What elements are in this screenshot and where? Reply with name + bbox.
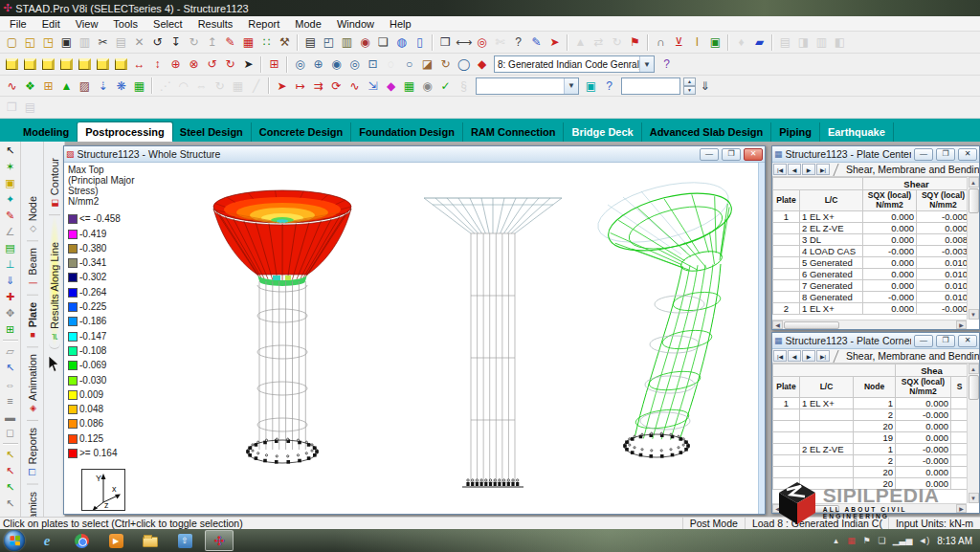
toolbar-print-icon[interactable]: ▤ xyxy=(301,33,320,52)
toolbar-calculator-icon[interactable]: ▦ xyxy=(239,33,257,52)
toolbar-view-iso-5-icon[interactable] xyxy=(78,58,91,70)
toolbar-drop-tool-icon[interactable]: ♦ xyxy=(732,33,750,52)
toolbar-zoom-out-icon[interactable]: ◎ xyxy=(345,55,364,74)
close-button[interactable]: ✕ xyxy=(958,335,977,347)
toolbar-new-file-icon[interactable]: ▢ xyxy=(3,33,21,52)
toolbar-help-what-icon[interactable]: ? xyxy=(509,33,527,52)
column-header[interactable]: SQY (local) N/mm2 xyxy=(917,190,968,211)
toolbar-push-down-icon[interactable]: ↧ xyxy=(167,33,185,52)
column-header[interactable]: L/C xyxy=(800,377,854,398)
toolbar-node-results-icon[interactable]: ➤ xyxy=(273,77,291,95)
toolbar-structure-wizard-icon[interactable]: ∷ xyxy=(257,33,276,52)
image-capture-icon[interactable]: ◻ xyxy=(2,425,19,441)
restore-button[interactable]: ❐ xyxy=(936,148,955,161)
tray-action-flag-icon[interactable]: ⚑ xyxy=(862,536,872,545)
scrollbar-thumb[interactable] xyxy=(969,188,979,213)
menu-help[interactable]: Help xyxy=(382,17,419,31)
toolbar-plate-stress-tool-icon[interactable]: ▦ xyxy=(400,77,418,95)
mode-tab-piping[interactable]: Piping xyxy=(771,122,820,142)
toolbar-cut-icon[interactable]: ✂ xyxy=(94,33,112,52)
toolbar-view-cursor-icon[interactable]: ➤ xyxy=(239,55,257,74)
cursor-filter-z-icon[interactable]: ↖ xyxy=(2,479,19,496)
toolbar-copy-icon[interactable]: ▥ xyxy=(76,33,94,52)
next-sheet-icon[interactable]: ▶ xyxy=(802,164,815,175)
menu-window[interactable]: Window xyxy=(329,17,382,31)
toolbar-load-edit-icon[interactable]: ▲ xyxy=(571,33,590,52)
table-row[interactable]: 2-0.000 xyxy=(773,455,968,467)
pointer-alt-icon[interactable]: ↖ xyxy=(2,360,19,376)
taskbar-internet-explorer-icon[interactable]: e xyxy=(33,530,61,551)
result-view-dropdown[interactable]: ▼ xyxy=(476,77,579,95)
taskbar-chrome-icon[interactable] xyxy=(67,530,96,551)
first-sheet-icon[interactable]: |◀ xyxy=(773,350,787,362)
tray-volume-icon[interactable]: ◄) xyxy=(918,536,929,545)
toolbar-picture-album-icon[interactable]: ◉ xyxy=(356,33,374,52)
mode-tab-foundation-design[interactable]: Foundation Design xyxy=(351,122,463,142)
add-node-icon[interactable]: ✚ xyxy=(2,289,19,305)
menu-view[interactable]: View xyxy=(68,17,106,31)
select-supports-icon[interactable]: ⊥ xyxy=(2,256,19,273)
table-row[interactable]: 2 EL Z-VE0.0000.000 xyxy=(773,223,968,234)
toolbar-circular-repeat-icon[interactable]: ◠ xyxy=(174,77,192,95)
toolbar-pan-view-icon[interactable]: ◪ xyxy=(418,55,436,74)
select-solids-icon[interactable]: ∠ xyxy=(2,224,19,240)
table-row[interactable]: 3 DL0.0000.008 xyxy=(773,234,968,246)
toolbar-pivot-tool-icon[interactable]: ╱ xyxy=(247,77,265,95)
toolbar-result-setup-icon[interactable]: ▣ xyxy=(582,77,600,95)
table-row[interactable]: 21 EL X+0.000-0.000 xyxy=(773,303,968,315)
toolbar-node-query-icon[interactable]: ◎ xyxy=(473,33,491,52)
table-row[interactable]: 2 EL Z-VE1-0.000 xyxy=(773,444,968,455)
table-row[interactable]: 200.000 xyxy=(773,467,968,478)
value-spinner[interactable]: ▲▼ xyxy=(683,77,696,95)
last-sheet-icon[interactable]: ▶| xyxy=(816,350,830,362)
toolbar-insert-flag-icon[interactable]: ⚑ xyxy=(626,33,644,52)
chevron-down-icon[interactable]: ▼ xyxy=(639,56,654,72)
measure-tool-icon[interactable]: ⇔ xyxy=(2,376,19,392)
window-title-bar[interactable]: ▦ Structure1123 - Plate Center ... — ❐ ✕ xyxy=(772,146,979,163)
scroll-up-icon[interactable]: ▲ xyxy=(969,364,979,374)
select-text-icon[interactable]: ▤ xyxy=(2,240,19,256)
close-button[interactable]: ✕ xyxy=(958,148,977,161)
mode-tab-bridge-deck[interactable]: Bridge Deck xyxy=(564,122,641,142)
toolbar-structure-table-icon[interactable]: ▦ xyxy=(130,77,148,95)
toolbar-print-current-icon[interactable]: ▤ xyxy=(21,99,39,117)
toolbar-spin-left-icon[interactable]: ↺ xyxy=(203,55,221,74)
column-header[interactable]: Plate xyxy=(773,377,800,398)
mode-tab-modeling[interactable]: Modeling xyxy=(15,122,78,142)
toolbar-node-labels-icon[interactable]: ∿ xyxy=(3,77,21,95)
toolbar-view-new-icon[interactable]: ❒ xyxy=(436,33,455,52)
page-tab-node[interactable]: ◇Node xyxy=(27,189,38,241)
toolbar-save-icon[interactable]: ▣ xyxy=(57,33,76,52)
toolbar-rotate-up-icon[interactable]: ⊕ xyxy=(167,55,185,74)
spinner-up-icon[interactable]: ▲ xyxy=(683,77,696,86)
toolbar-help-icon[interactable]: ? xyxy=(657,55,676,74)
table-row[interactable]: 7 Generated0.0000.010 xyxy=(773,280,968,292)
clipboard-view-icon[interactable]: ▱ xyxy=(2,343,19,360)
toolbar-move-entity-icon[interactable]: ⇄ xyxy=(590,33,608,52)
scrollbar-thumb[interactable] xyxy=(969,375,979,400)
menu-results[interactable]: Results xyxy=(190,17,241,31)
toolbar-view-iso-7-icon[interactable] xyxy=(115,58,127,70)
select-geometry-icon[interactable]: ✶ xyxy=(2,159,19,175)
toolbar-save-all-icon[interactable]: ▥ xyxy=(813,33,831,52)
toolbar-plate-results-icon[interactable]: ⇉ xyxy=(309,77,327,95)
toolbar-plate-labels-icon[interactable]: ⊞ xyxy=(39,77,57,95)
toolbar-redo-icon[interactable]: ↻ xyxy=(185,33,203,52)
close-button[interactable]: ✕ xyxy=(744,148,763,161)
taskbar-media-player-icon[interactable]: ▶ xyxy=(101,530,130,551)
mode-tab-steel-design[interactable]: Steel Design xyxy=(172,122,252,142)
column-header[interactable]: Plate xyxy=(773,190,800,211)
page-tab-animation[interactable]: ◈Animation xyxy=(27,347,38,421)
toolbar-web-publish-icon[interactable]: ◍ xyxy=(392,33,411,52)
toolbar-view-iso-2-icon[interactable] xyxy=(24,58,36,70)
toolbar-zoom-crosshair-icon[interactable]: ⊕ xyxy=(309,55,327,74)
table-row[interactable]: 6 Generated0.0000.010 xyxy=(773,269,968,280)
toolbar-export-view-icon[interactable]: ◧ xyxy=(831,33,849,52)
page-tab-plate[interactable]: ■Plate xyxy=(27,296,38,347)
page-tab-results-along-line[interactable]: ≓Results Along Line xyxy=(49,215,60,349)
toolbar-page-layout-icon[interactable]: ❐ xyxy=(3,99,21,117)
menu-tools[interactable]: Tools xyxy=(105,17,145,31)
pan-hand-icon[interactable]: ✥ xyxy=(2,305,19,321)
column-header[interactable]: SQX (local) N/mm2 xyxy=(896,377,951,398)
mode-tab-concrete-design[interactable]: Concrete Design xyxy=(252,122,351,142)
